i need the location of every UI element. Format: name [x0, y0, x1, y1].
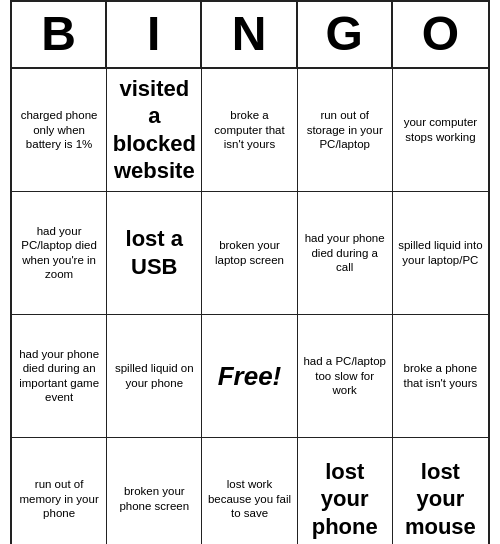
- bingo-cell-11[interactable]: spilled liquid on your phone: [107, 315, 202, 438]
- bingo-cell-1[interactable]: visited a blocked website: [107, 69, 202, 192]
- bingo-cell-19[interactable]: lost your mouse: [393, 438, 488, 544]
- bingo-letter-i: I: [107, 2, 202, 67]
- bingo-cell-8[interactable]: had your phone died during a call: [298, 192, 393, 315]
- bingo-cell-3[interactable]: run out of storage in your PC/laptop: [298, 69, 393, 192]
- bingo-letter-b: B: [12, 2, 107, 67]
- bingo-cell-0[interactable]: charged phone only when battery is 1%: [12, 69, 107, 192]
- bingo-cell-7[interactable]: broken your laptop screen: [202, 192, 297, 315]
- bingo-cell-6[interactable]: lost a USB: [107, 192, 202, 315]
- bingo-cell-9[interactable]: spilled liquid into your laptop/PC: [393, 192, 488, 315]
- bingo-cell-4[interactable]: your computer stops working: [393, 69, 488, 192]
- bingo-cell-14[interactable]: broke a phone that isn't yours: [393, 315, 488, 438]
- bingo-cell-5[interactable]: had your PC/laptop died when you're in z…: [12, 192, 107, 315]
- bingo-cell-2[interactable]: broke a computer that isn't yours: [202, 69, 297, 192]
- bingo-letter-n: N: [202, 2, 297, 67]
- bingo-cell-17[interactable]: lost work because you fail to save: [202, 438, 297, 544]
- bingo-cell-15[interactable]: run out of memory in your phone: [12, 438, 107, 544]
- bingo-header: BINGO: [12, 2, 488, 69]
- bingo-letter-o: O: [393, 2, 488, 67]
- bingo-cell-18[interactable]: lost your phone: [298, 438, 393, 544]
- bingo-letter-g: G: [298, 2, 393, 67]
- bingo-cell-16[interactable]: broken your phone screen: [107, 438, 202, 544]
- bingo-cell-12[interactable]: Free!: [202, 315, 297, 438]
- bingo-card: BINGO charged phone only when battery is…: [10, 0, 490, 544]
- bingo-grid: charged phone only when battery is 1%vis…: [12, 69, 488, 544]
- bingo-cell-13[interactable]: had a PC/laptop too slow for work: [298, 315, 393, 438]
- bingo-cell-10[interactable]: had your phone died during an important …: [12, 315, 107, 438]
